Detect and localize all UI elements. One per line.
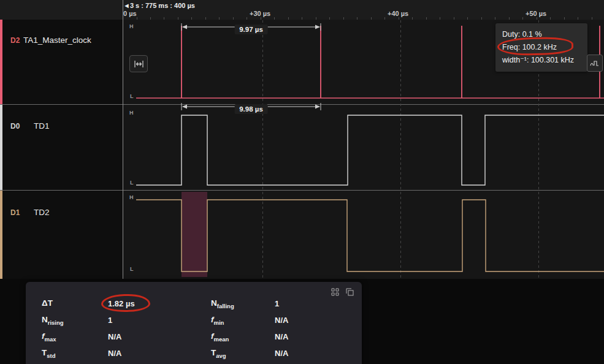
- tooltip-duty: Duty: 0.1 %: [502, 28, 581, 41]
- label-f-mean: fmean: [211, 332, 275, 343]
- channel-id-d2[interactable]: D2: [10, 36, 20, 45]
- channel-sidebar: [0, 20, 123, 279]
- logic-analyzer-app: ◄3 s : 775 ms : 400 µs 0 µs +30 µs +40 µ…: [0, 0, 604, 364]
- value-t-avg: N/A: [275, 349, 354, 358]
- signal-type-button[interactable]: [587, 55, 603, 72]
- measurement-tooltip: Duty: 0.1 % Freq: 100.2 kHz width⁻¹: 100…: [495, 23, 587, 72]
- value-delta-t: 1.82 µs: [108, 299, 211, 308]
- value-f-max: N/A: [108, 332, 211, 341]
- measurement-chip-period-1[interactable]: 9.97 µs: [234, 25, 268, 34]
- measurement-markers-button[interactable]: [129, 55, 148, 72]
- measurements-panel[interactable]: ΔT 1.82 µs Nfalling 1 Nrising 1 fmin N/A…: [26, 282, 362, 364]
- square-wave-icon: [590, 59, 600, 67]
- timeline-position-label: ◄3 s : 775 ms : 400 µs: [123, 2, 195, 9]
- value-f-mean: N/A: [275, 332, 354, 341]
- value-n-rising: 1: [108, 316, 211, 325]
- value-t-std: N/A: [108, 349, 211, 358]
- channel-color-strip-d1: [0, 191, 2, 279]
- tooltip-width-inverse: width⁻¹: 100.301 kHz: [502, 54, 581, 67]
- measurement-chip-period-2[interactable]: 9.98 µs: [234, 104, 268, 114]
- label-n-falling: Nfalling: [211, 298, 275, 309]
- timeline-tick-label: 0 µs: [123, 10, 137, 17]
- label-t-avg: Tavg: [211, 348, 275, 359]
- channel-id-d0[interactable]: D0: [10, 122, 20, 131]
- channel-name-d2[interactable]: TA1_Master_clock: [23, 36, 91, 45]
- channel-name-d0[interactable]: TD1: [34, 121, 50, 131]
- label-t-std: Tstd: [42, 348, 108, 359]
- timeline-tick-label: +50 µs: [526, 10, 546, 17]
- timeline-tick-label: +40 µs: [388, 10, 408, 17]
- label-delta-t: ΔT: [42, 298, 108, 309]
- channel-id-d1[interactable]: D1: [10, 208, 20, 217]
- label-f-max: fmax: [42, 332, 108, 343]
- tooltip-freq: Freq: 100.2 kHz: [502, 41, 581, 54]
- channel-color-strip-d2: [0, 20, 2, 104]
- value-n-falling: 1: [275, 299, 354, 308]
- value-f-min: N/A: [275, 316, 354, 325]
- timeline-bar[interactable]: ◄3 s : 775 ms : 400 µs 0 µs +30 µs +40 µ…: [0, 0, 604, 20]
- label-n-rising: Nrising: [42, 315, 108, 326]
- label-f-min: fmin: [211, 315, 275, 326]
- timeline-tick-label: +30 µs: [250, 10, 270, 17]
- channel-color-strip-d0: [0, 105, 2, 190]
- measurement-markers-icon: [134, 59, 144, 69]
- measurements-grid: ΔT 1.82 µs Nfalling 1 Nrising 1 fmin N/A…: [42, 295, 354, 362]
- channel-name-d1[interactable]: TD2: [34, 208, 50, 217]
